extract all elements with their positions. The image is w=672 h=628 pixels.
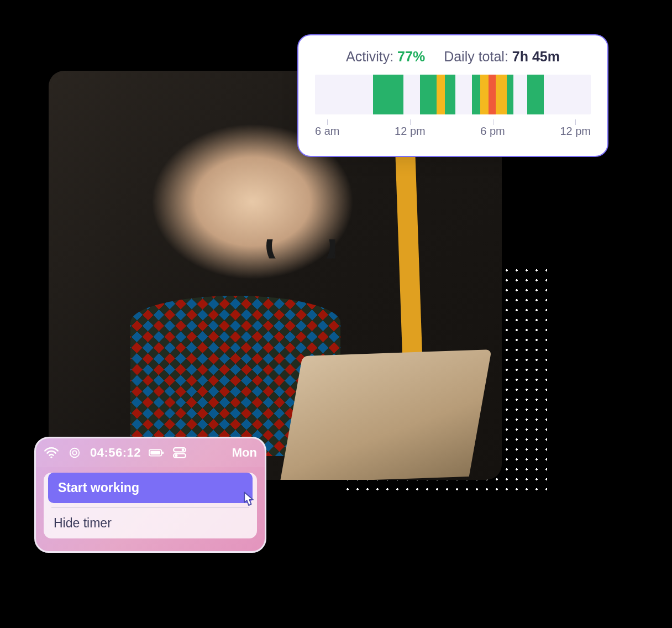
activity-header: Activity: 77% Daily total: 7h 45m: [315, 49, 591, 65]
tray-dropdown: Start working Hide timer: [44, 473, 257, 538]
axis-tick: 6 am: [315, 125, 339, 138]
svg-rect-4: [150, 451, 160, 455]
app-tray-icon[interactable]: [67, 447, 82, 459]
timeline-segment: [472, 75, 480, 114]
timeline-segment: [507, 75, 513, 114]
start-working-item[interactable]: Start working: [48, 473, 253, 503]
start-working-label: Start working: [58, 480, 139, 495]
axis-tick: 12 pm: [560, 125, 591, 138]
battery-icon: [149, 447, 164, 459]
timeline-segment: [527, 75, 544, 114]
axis-tick: 12 pm: [395, 125, 426, 138]
timeline-segment: [437, 75, 445, 114]
timeline-segment: [420, 75, 437, 114]
svg-point-9: [175, 454, 178, 457]
timeline-axis: 6 am12 pm6 pm12 pm: [315, 117, 591, 138]
activity-label: Activity:: [346, 49, 393, 64]
hide-timer-label: Hide timer: [54, 516, 112, 530]
svg-point-7: [182, 448, 185, 451]
daily-total-label: Daily total:: [444, 49, 508, 64]
wifi-icon: [44, 447, 59, 459]
menubar-widget: 04:56:12 Mon Start working: [34, 437, 266, 553]
tray-timer[interactable]: 04:56:12: [90, 446, 141, 460]
svg-point-0: [50, 457, 52, 458]
axis-tick: 6 pm: [480, 125, 505, 138]
menubar-top: 04:56:12 Mon: [36, 438, 265, 467]
svg-rect-5: [162, 452, 164, 454]
timeline-segment: [496, 75, 507, 114]
timeline-segment: [373, 75, 403, 114]
timeline-segment: [480, 75, 489, 114]
activity-timeline: [315, 75, 591, 114]
timeline-segment: [445, 75, 456, 114]
timeline-segment: [489, 75, 495, 114]
activity-card: Activity: 77% Daily total: 7h 45m 6 am12…: [297, 34, 608, 157]
hide-timer-item[interactable]: Hide timer: [44, 508, 257, 538]
activity-value: 77%: [397, 49, 425, 64]
cursor-pointer-icon: [238, 490, 258, 510]
menubar-day: Mon: [232, 446, 257, 460]
daily-total-value: 7h 45m: [512, 49, 560, 64]
control-center-icon[interactable]: [172, 447, 187, 459]
